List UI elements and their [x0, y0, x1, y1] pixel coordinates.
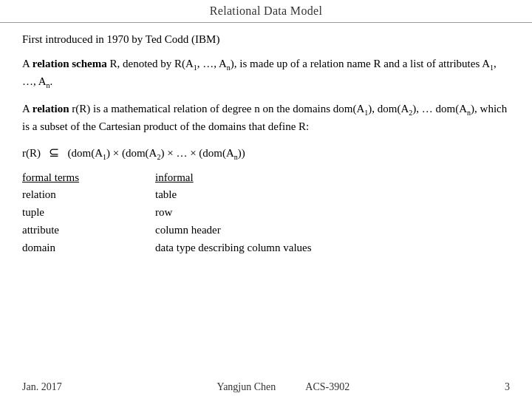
left-col-header: formal terms	[22, 171, 155, 184]
terms-table: formal terms relation tuple attribute do…	[22, 171, 510, 256]
block2: A relation r(R) is a mathematical relati…	[22, 101, 510, 134]
footer-author: Yangjun Chen	[216, 381, 276, 393]
intro-line: First introduced in 1970 by Ted Codd (IB…	[22, 33, 510, 46]
math-line: r(R) ⊆ (dom(A1) × (dom(A2) × … × (dom(An…	[22, 145, 510, 161]
terms-right-col: informal table row column header data ty…	[155, 171, 312, 256]
block2-text: A relation r(R) is a mathematical relati…	[22, 101, 510, 134]
footer-course: ACS-3902	[305, 381, 349, 393]
terms-left-col: formal terms relation tuple attribute do…	[22, 171, 155, 256]
left-row-0: relation	[22, 185, 155, 203]
right-row-1: row	[155, 203, 312, 221]
math-text: r(R) ⊆ (dom(A1) × (dom(A2) × … × (dom(An…	[22, 145, 245, 161]
title-text: Relational Data Model	[210, 4, 322, 17]
right-row-0: table	[155, 185, 312, 203]
left-row-2: attribute	[22, 221, 155, 239]
slide-title: Relational Data Model	[0, 0, 532, 23]
footer-page: 3	[505, 381, 510, 393]
right-col-header: informal	[155, 171, 312, 184]
right-row-3: data type describing column values	[155, 239, 312, 256]
intro-text: First introduced in 1970 by Ted Codd (IB…	[22, 33, 219, 45]
footer-center: Yangjun Chen ACS-3902	[216, 381, 349, 393]
main-content: First introduced in 1970 by Ted Codd (IB…	[0, 23, 532, 276]
footer-left: Jan. 2017	[22, 381, 62, 393]
right-row-2: column header	[155, 221, 312, 239]
footer: Jan. 2017 Yangjun Chen ACS-3902 3	[0, 381, 532, 393]
left-row-1: tuple	[22, 203, 155, 221]
block1: A relation schema R, denoted by R(A1, …,…	[22, 56, 510, 91]
block1-text: A relation schema R, denoted by R(A1, …,…	[22, 56, 510, 91]
left-row-3: domain	[22, 239, 155, 256]
